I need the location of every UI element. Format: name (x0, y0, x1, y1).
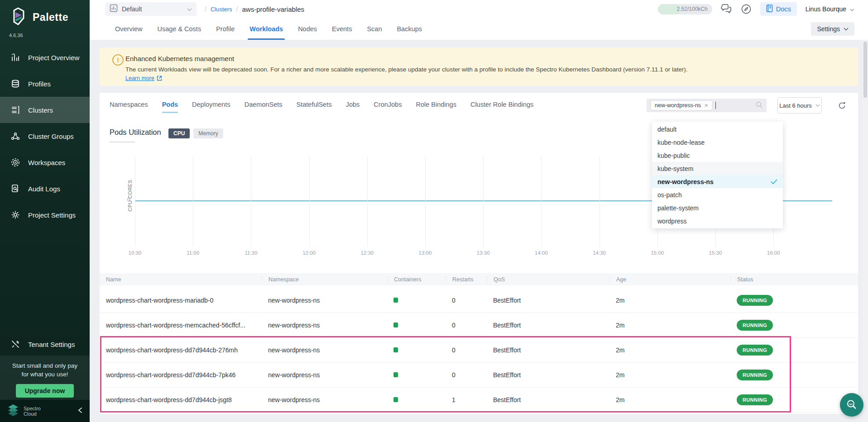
cluster-tabs-row: OverviewUsage & CostsProfileWorkloadsNod… (90, 18, 868, 40)
cluster-tabs: OverviewUsage & CostsProfileWorkloadsNod… (90, 18, 868, 40)
app-version: 4.6.36 (0, 28, 90, 38)
scrollbar-track[interactable] (863, 40, 868, 422)
project-scope-icon (110, 4, 118, 14)
brand-name: Palette (33, 11, 68, 24)
dropdown-option-kube-node-lease[interactable]: kube-node-lease (652, 136, 783, 149)
sidebar-nav: Project OverviewProfilesClustersCluster … (0, 44, 90, 228)
upgrade-now-button[interactable]: Upgrade now (16, 384, 74, 398)
sidebar-item-profiles[interactable]: Profiles (0, 71, 90, 97)
restarts-cell: 0 (446, 297, 487, 304)
dropdown-option-kube-public[interactable]: kube-public (652, 149, 783, 162)
user-menu[interactable]: Linus Bourque (806, 5, 854, 13)
namespace-filter-input[interactable]: new-wordpress-ns ✕ (647, 99, 767, 112)
status-badge: RUNNING (737, 295, 773, 306)
chart-gridline (193, 156, 193, 247)
containers-cell (387, 346, 446, 354)
search-icon (756, 101, 762, 110)
layers-icon (10, 78, 21, 89)
workload-tab-cronjobs[interactable]: CronJobs (374, 94, 402, 115)
compass-icon[interactable] (741, 4, 752, 14)
tab-workloads[interactable]: Workloads (249, 18, 283, 40)
refresh-icon[interactable] (838, 101, 846, 112)
tab-overview[interactable]: Overview (115, 18, 142, 40)
sidebar-item-clusters[interactable]: Clusters (0, 97, 90, 123)
brand[interactable]: Palette (0, 0, 90, 28)
workload-tab-daemonsets[interactable]: DaemonSets (245, 94, 283, 115)
tab-scan[interactable]: Scan (367, 18, 382, 40)
learn-more-link[interactable]: Learn more (125, 75, 162, 81)
namespace-cell: new-wordpress-ns (262, 346, 387, 354)
workload-tab-deployments[interactable]: Deployments (192, 94, 230, 115)
topbar: Default / Clusters / aws-profile-variabl… (90, 0, 868, 18)
chart-gridline (599, 156, 600, 247)
dropdown-option-wordpress[interactable]: wordpress (652, 214, 783, 228)
status-badge: RUNNING (737, 394, 773, 405)
tab-backups[interactable]: Backups (397, 18, 422, 40)
dropdown-option-default[interactable]: default (652, 123, 783, 136)
workload-tab-jobs[interactable]: Jobs (346, 94, 360, 115)
workload-tab-pods[interactable]: Pods (162, 94, 178, 115)
tab-usage-costs[interactable]: Usage & Costs (157, 18, 201, 40)
palette-logo-icon (8, 6, 28, 28)
table-row[interactable]: wordpress-chart-wordpress-mariadb-0new-w… (100, 288, 858, 313)
chat-icon[interactable] (721, 4, 732, 14)
tab-nodes[interactable]: Nodes (298, 18, 317, 40)
docs-button[interactable]: Docs (760, 2, 797, 16)
table-row-highlighted[interactable]: wordpress-chart-wordpress-dd7d944cb-7pk4… (100, 363, 858, 388)
cluster-settings-button[interactable]: Settings (811, 22, 854, 36)
table-row-highlighted[interactable]: wordpress-chart-wordpress-dd7d944cb-jsgt… (100, 388, 858, 413)
breadcrumb-separator: / (236, 5, 238, 13)
workload-tab-cluster-role-bindings[interactable]: Cluster Role Bindings (470, 94, 533, 115)
status-badge: RUNNING (737, 370, 773, 380)
chart-gridline (135, 156, 135, 247)
tab-events[interactable]: Events (332, 18, 352, 40)
memory-toggle[interactable]: Memory (193, 128, 223, 138)
collapse-sidebar-icon[interactable] (78, 407, 82, 415)
sidebar-item-workspaces[interactable]: Workspaces (0, 149, 90, 175)
sidebar-item-cluster-groups[interactable]: Cluster Groups (0, 123, 90, 149)
help-fab-button[interactable] (840, 393, 863, 417)
dropdown-option-kube-system[interactable]: kube-system (652, 162, 783, 175)
breadcrumb: / Clusters / aws-profile-variables (205, 5, 304, 13)
x-axis-tick: 13:30 (477, 250, 490, 256)
pod-name-cell: wordpress-chart-wordpress-dd7d944cb-7pk4… (100, 371, 262, 379)
container-status-square (393, 298, 398, 303)
project-selector[interactable]: Default (105, 2, 197, 16)
tab-profile[interactable]: Profile (216, 18, 235, 40)
breadcrumb-clusters-link[interactable]: Clusters (211, 6, 232, 13)
table-row-highlighted[interactable]: wordpress-chart-wordpress-dd7d944cb-276m… (100, 338, 858, 363)
restarts-cell: 0 (446, 322, 487, 329)
chart-gridline (251, 156, 251, 247)
chart-title-underline (110, 142, 135, 142)
sidebar-item-label: Cluster Groups (28, 133, 74, 140)
time-range-select[interactable]: Last 6 hours (777, 97, 822, 114)
dropdown-option-new-wordpress-ns[interactable]: new-wordpress-ns (652, 175, 783, 188)
sidebar-item-project-settings[interactable]: Project Settings (0, 202, 90, 228)
qos-cell: BestEffort (487, 371, 609, 379)
dropdown-option-palette-system[interactable]: palette-system (652, 201, 783, 214)
user-name: Linus Bourque (806, 5, 846, 13)
breadcrumb-separator: / (205, 5, 206, 13)
scrollbar-thumb[interactable] (863, 42, 867, 98)
workload-tab-role-bindings[interactable]: Role Bindings (416, 94, 456, 115)
dropdown-option-os-patch[interactable]: os-patch (652, 188, 783, 201)
sidebar-item-tenant-settings[interactable]: Tenant Settings (0, 331, 90, 357)
chevron-down-icon (850, 5, 854, 13)
workload-tab-namespaces[interactable]: Namespaces (110, 94, 148, 115)
remove-tag-icon[interactable]: ✕ (704, 103, 708, 109)
qos-cell: BestEffort (487, 396, 609, 403)
project-selector-value: Default (122, 5, 183, 13)
sidebar-item-audit-logs[interactable]: Audit Logs (0, 175, 90, 202)
footer-brand-line2: Cloud (24, 411, 41, 417)
workload-tab-statefulsets[interactable]: StatefulSets (297, 94, 332, 115)
age-cell: 2m (609, 371, 730, 379)
dropdown-option-label: default (657, 126, 676, 133)
table-row[interactable]: wordpress-chart-wordpress-memcached-56cf… (100, 313, 858, 338)
chevron-down-icon (844, 28, 849, 31)
restarts-cell: 0 (446, 371, 487, 379)
cpu-toggle[interactable]: CPU (168, 128, 190, 138)
sidebar-item-project-overview[interactable]: Project Overview (0, 44, 90, 71)
namespace-cell: new-wordpress-ns (262, 396, 387, 403)
restarts-cell: 0 (446, 346, 487, 354)
dropdown-option-label: wordpress (657, 218, 687, 225)
